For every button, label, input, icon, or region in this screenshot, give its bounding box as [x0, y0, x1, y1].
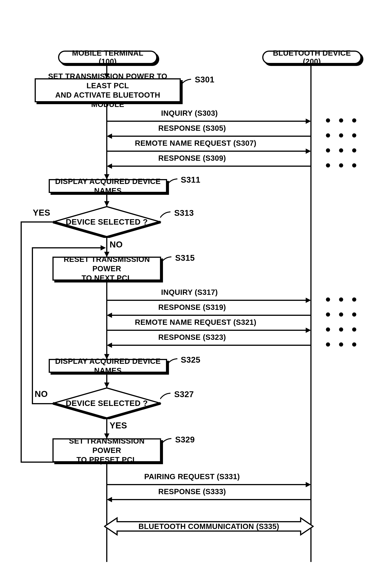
- msg-s331-text: PAIRING REQUEST (S331): [144, 472, 240, 481]
- decision-s327: DEVICE SELECTED ?: [52, 387, 161, 419]
- msg-s333-text: RESPONSE (S333): [158, 487, 226, 496]
- ellipsis-dot: [326, 118, 330, 123]
- ellipsis-dot: [339, 313, 343, 316]
- terminator-mobile: MOBILE TERMINAL (100): [58, 51, 157, 64]
- flow-arrowhead: [101, 245, 106, 251]
- terminator-bluetooth-label: BLUETOOTH DEVICE (200): [267, 49, 357, 66]
- msg-s307-text: REMOTE NAME REQUEST (S307): [135, 139, 256, 147]
- branch-s327-yes: YES: [109, 420, 127, 430]
- connector: [21, 221, 53, 223]
- terminator-mobile-label: MOBILE TERMINAL (100): [63, 49, 152, 66]
- connector: [32, 247, 101, 248]
- ellipsis-dot: [352, 327, 356, 332]
- ellipsis-dot: [326, 342, 330, 347]
- process-s329: SET TRANSMISSION POWER TO PRESET PCL: [52, 438, 161, 462]
- decision-s313-text: DEVICE SELECTED ?: [66, 217, 148, 227]
- ellipsis-dot: [352, 313, 356, 316]
- msg-s317-text: INQUIRY (S317): [161, 288, 218, 296]
- ellipsis-dot: [326, 313, 330, 316]
- msg-s321-text: REMOTE NAME REQUEST (S321): [135, 318, 256, 327]
- leader-s325: [167, 358, 180, 366]
- flow-arrowhead: [104, 382, 109, 388]
- step-s325: S325: [181, 355, 200, 364]
- branch-s327-no: NO: [35, 389, 48, 399]
- msg-s309: RESPONSE (S309): [107, 163, 311, 170]
- ellipsis-dot: [352, 342, 356, 347]
- step-s327: S327: [174, 390, 194, 399]
- step-s315: S315: [175, 253, 195, 263]
- process-s301: SET TRANSMISSION POWER TO LEAST PCL AND …: [35, 78, 181, 102]
- step-s313: S313: [174, 208, 194, 218]
- process-s325-text: DISPLAY ACQUIRED DEVICE NAMES: [54, 357, 162, 375]
- msg-s323-text: RESPONSE (S323): [158, 333, 226, 341]
- process-s315: RESET TRANSMISSION POWER TO NEXT PCL: [52, 257, 161, 281]
- connector: [32, 403, 53, 404]
- ellipsis-dot: [326, 327, 330, 332]
- leader-s313: [160, 211, 173, 219]
- ellipsis-dot: [352, 118, 356, 123]
- flow-arrowhead: [104, 201, 109, 207]
- process-s325: DISPLAY ACQUIRED DEVICE NAMES: [49, 359, 167, 373]
- branch-s313-no: NO: [109, 239, 123, 250]
- msg-s309-text: RESPONSE (S309): [158, 154, 226, 162]
- ellipsis-dot: [326, 297, 330, 302]
- ellipsis-dot: [352, 133, 356, 138]
- leader-s327: [160, 393, 173, 400]
- connector: [21, 221, 22, 462]
- decision-s327-text: DEVICE SELECTED ?: [66, 399, 148, 408]
- ellipsis-dot: [339, 118, 343, 123]
- leader-s311: [167, 178, 180, 186]
- ellipsis-dot: [352, 163, 356, 168]
- flowchart-stage: MOBILE TERMINAL (100) BLUETOOTH DEVICE (…: [0, 0, 384, 588]
- connector: [32, 247, 33, 404]
- ellipsis-dot: [339, 327, 343, 332]
- step-s301: S301: [195, 75, 214, 84]
- process-s315-text: RESET TRANSMISSION POWER TO NEXT PCL: [57, 254, 156, 283]
- leader-s315: [161, 256, 174, 264]
- msg-s305-text: RESPONSE (S305): [158, 124, 226, 132]
- terminator-bluetooth: BLUETOOTH DEVICE (200): [262, 51, 362, 64]
- process-s301-text: SET TRANSMISSION POWER TO LEAST PCL AND …: [40, 72, 176, 109]
- msg-s333: RESPONSE (S333): [107, 496, 311, 504]
- msg-s303-text: INQUIRY (S303): [161, 109, 218, 117]
- ellipsis-dot: [339, 163, 343, 168]
- branch-s313-yes: YES: [33, 208, 50, 218]
- ellipsis-dot: [326, 148, 330, 152]
- process-s329-text: SET TRANSMISSION POWER TO PRESET PCL: [57, 436, 156, 464]
- ellipsis-dot: [326, 163, 330, 168]
- ellipsis-dot: [326, 133, 330, 138]
- ellipsis-dot: [352, 297, 356, 302]
- doublearrow-s335: BLUETOOTH COMMUNICATION (S335): [104, 517, 314, 536]
- ellipsis-dot: [339, 148, 343, 152]
- leader-s329: [161, 438, 174, 446]
- process-s311: DISPLAY ACQUIRED DEVICE NAMES: [49, 179, 167, 193]
- step-s311: S311: [181, 175, 200, 185]
- step-s329: S329: [175, 435, 195, 444]
- ellipsis-dot: [339, 133, 343, 138]
- ellipsis-dot: [352, 148, 356, 152]
- doublearrow-s335-text: BLUETOOTH COMMUNICATION (S335): [138, 522, 279, 531]
- msg-s323: RESPONSE (S323): [107, 342, 311, 350]
- leader-s301: [181, 79, 194, 87]
- ellipsis-dot: [339, 297, 343, 302]
- process-s311-text: DISPLAY ACQUIRED DEVICE NAMES: [54, 177, 162, 195]
- decision-s313: DEVICE SELECTED ?: [52, 206, 161, 238]
- msg-s319-text: RESPONSE (S319): [158, 303, 226, 312]
- ellipsis-dot: [339, 342, 343, 347]
